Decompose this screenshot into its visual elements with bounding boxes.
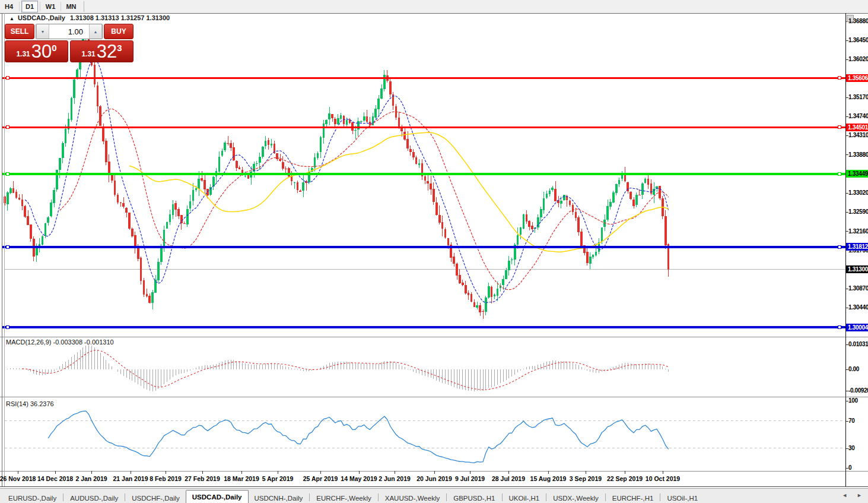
chart-tab-eurchf-weekly[interactable]: EURCHF-,Weekly bbox=[310, 492, 377, 503]
timeframe-button-mn[interactable]: MN bbox=[63, 1, 80, 12]
chart-tabs: EURUSD-,DailyAUDUSD-,DailyUSDCHF-,DailyU… bbox=[0, 489, 704, 503]
rsi-indicator-label: RSI(14) 36.2376 bbox=[6, 400, 54, 407]
chart-symbol-title: USDCAD-,Daily bbox=[18, 14, 65, 21]
timeframe-button-h4[interactable]: H4 bbox=[1, 1, 17, 12]
buy-price-pipette: 3 bbox=[117, 43, 122, 53]
chart-tab-eurchf-h1[interactable]: EURCHF-,H1 bbox=[606, 492, 660, 503]
sell-price-prefix: 1.31 bbox=[16, 50, 30, 58]
tab-separator bbox=[605, 493, 606, 501]
volume-input[interactable]: 1.00 bbox=[49, 24, 89, 39]
tab-separator bbox=[660, 493, 660, 501]
chart-tab-usdcnh-daily[interactable]: USDCNH-,Daily bbox=[249, 492, 309, 503]
chart-tab-usoil-h1[interactable]: USOil-,H1 bbox=[661, 492, 704, 503]
sell-button[interactable]: SELL bbox=[5, 24, 34, 39]
chart-tab-usdchf-daily[interactable]: USDCHF-,Daily bbox=[126, 492, 186, 503]
buy-price-prefix: 1.31 bbox=[81, 50, 95, 58]
macd-indicator-label: MACD(12,26,9) -0.003308 -0.001310 bbox=[6, 339, 114, 346]
chart-tab-bar: EURUSD-,DailyAUDUSD-,DailyUSDCHF-,DailyU… bbox=[0, 488, 868, 503]
tab-scroll-arrows: ◄ ► bbox=[842, 492, 862, 498]
timeframe-buttons: H4D1W1MN bbox=[0, 1, 80, 12]
toolbar-separator bbox=[84, 1, 84, 12]
tab-separator bbox=[502, 493, 503, 501]
chart-title: ▲USDCAD-,Daily1.31308 1.31313 1.31257 1.… bbox=[9, 14, 170, 21]
tab-scroll-right-icon[interactable]: ► bbox=[857, 492, 862, 498]
buy-price-main: 32 bbox=[97, 42, 117, 62]
chart-tab-eurusd-daily[interactable]: EURUSD-,Daily bbox=[2, 492, 62, 503]
tab-separator bbox=[125, 493, 125, 501]
one-click-trading-widget: SELL ▼ 1.00 ▲ BUY 1.31 30 0 1.31 32 3 bbox=[5, 24, 133, 62]
chart-tab-ukoil-h1[interactable]: UKOil-,H1 bbox=[503, 492, 546, 503]
timeframe-button-w1[interactable]: W1 bbox=[42, 1, 59, 12]
chart-canvas[interactable] bbox=[0, 0, 868, 503]
tab-separator bbox=[446, 493, 447, 501]
tab-separator bbox=[546, 493, 546, 501]
toolbar-separator bbox=[61, 2, 61, 11]
trading-terminal: H4D1W1MN ▲USDCAD-,Daily1.31308 1.31313 1… bbox=[0, 0, 868, 503]
volume-decrease-icon[interactable]: ▼ bbox=[36, 24, 49, 39]
volume-spinner: ▼ 1.00 ▲ bbox=[36, 24, 103, 39]
tab-scroll-left-icon[interactable]: ◄ bbox=[842, 492, 847, 498]
chart-tab-usdx-weekly[interactable]: USDX-,Weekly bbox=[547, 492, 604, 503]
buy-price-panel[interactable]: 1.31 32 3 bbox=[70, 40, 133, 62]
chart-tab-usdcad-daily[interactable]: USDCAD-,Daily bbox=[186, 490, 249, 503]
toolbar-separator bbox=[19, 2, 20, 11]
timeframe-button-d1[interactable]: D1 bbox=[21, 1, 38, 12]
chart-tab-gbpusd-h1[interactable]: GBPUSD-,H1 bbox=[447, 492, 501, 503]
chart-tab-xauusd-weekly[interactable]: XAUUSD-,Weekly bbox=[379, 492, 446, 503]
volume-increase-icon[interactable]: ▲ bbox=[89, 24, 102, 39]
timeframe-toolbar: H4D1W1MN bbox=[0, 0, 868, 13]
tab-separator bbox=[309, 493, 310, 501]
sell-price-pipette: 0 bbox=[52, 43, 56, 53]
tab-separator bbox=[63, 493, 63, 501]
buy-button[interactable]: BUY bbox=[104, 24, 133, 39]
sell-price-main: 30 bbox=[31, 42, 52, 62]
chart-ohlc-values: 1.31308 1.31313 1.31257 1.31300 bbox=[70, 14, 170, 21]
collapse-arrow-icon[interactable]: ▲ bbox=[9, 16, 14, 21]
tab-separator bbox=[378, 493, 379, 501]
sell-price-panel[interactable]: 1.31 30 0 bbox=[5, 40, 68, 62]
chart-tab-audusd-daily[interactable]: AUDUSD-,Daily bbox=[64, 492, 124, 503]
toolbar-separator bbox=[40, 2, 40, 11]
